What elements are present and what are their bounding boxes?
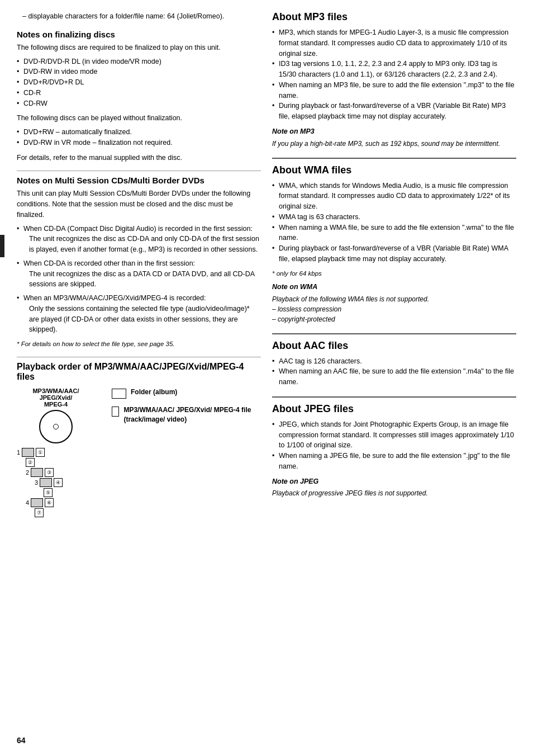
list-item: WMA tag is 63 characters.: [272, 212, 516, 223]
section-aac-title: About AAC files: [272, 340, 516, 352]
multi-list1-title: When CD-DA (Compact Disc Digital Audio) …: [23, 225, 253, 233]
intro-text: – displayable characters for a folder/fi…: [17, 11, 261, 22]
section-playback: Playback order of MP3/WMA/AAC/JPEG/Xvid/…: [17, 362, 261, 560]
list-item: DVD-RW in VR mode – finalization not req…: [17, 138, 261, 148]
section-aac: About AAC files AAC tag is 126 character…: [272, 333, 516, 388]
section-playback-title: Playback order of MP3/WMA/AAC/JPEG/Xvid/…: [17, 362, 261, 382]
section-jpeg-title: About JPEG files: [272, 403, 516, 415]
disc-label: MP3/WMA/AAC/JPEG/Xvid/MPEG-4: [32, 388, 79, 408]
mp3-note-text: If you play a high-bit-rate MP3, such as…: [272, 139, 516, 149]
wma-note-title: Note on WMA: [272, 282, 516, 292]
section-mp3: About MP3 files MP3, which stands for MP…: [272, 11, 516, 149]
list-item: When CD-DA (Compact Disc Digital Audio) …: [17, 224, 261, 255]
list-item: When naming an AAC file, be sure to add …: [272, 366, 516, 388]
section-finalizing: Notes on finalizing discs The following …: [17, 30, 261, 163]
legend-folder-label: Folder (album): [131, 388, 177, 397]
section-multi-title: Notes on Multi Session CDs/Multi Border …: [17, 176, 261, 185]
wma-list: WMA, which stands for Windows Media Audi…: [272, 181, 516, 264]
diagram-left: MP3/WMA/AAC/JPEG/Xvid/MPEG-4 1 ①: [17, 388, 95, 560]
mp3-note-title: Note on MP3: [272, 126, 516, 137]
multi-para1: This unit can play Multi Session CDs/Mul…: [17, 188, 261, 220]
list-item: DVD+R/DVD+R DL: [17, 77, 261, 88]
playback-diagram: MP3/WMA/AAC/JPEG/Xvid/MPEG-4 1 ①: [17, 388, 261, 560]
section-multi: Notes on Multi Session CDs/Multi Border …: [17, 176, 261, 349]
list-item: When an MP3/WMA/AAC/JPEG/Xvid/MPEG-4 is …: [17, 293, 261, 335]
multi-list2-body: The unit recognizes the disc as a DATA C…: [29, 269, 261, 290]
jpeg-list: JPEG, which stands for Joint Photographi…: [272, 419, 516, 472]
finalizing-list1: DVD-R/DVD-R DL (in video mode/VR mode) D…: [17, 56, 261, 109]
legend-file-symbol: [112, 407, 119, 417]
multi-list3-body: Only the sessions containing the selecte…: [29, 304, 261, 335]
section-jpeg: About JPEG files JPEG, which stands for …: [272, 396, 516, 499]
aac-list: AAC tag is 126 characters. When naming a…: [272, 356, 516, 388]
diagram-right: Folder (album) MP3/WMA/AAC/ JPEG/Xvid/ M…: [112, 388, 261, 424]
list-item: When naming a WMA file, be sure to add t…: [272, 223, 516, 244]
jpeg-note-title: Note on JPEG: [272, 476, 516, 487]
multi-footnote: * For details on how to select the file …: [17, 339, 261, 349]
list-item: CD-R: [17, 88, 261, 98]
list-item: JPEG, which stands for Joint Photographi…: [272, 419, 516, 451]
multi-list1-body: The unit recognizes the disc as CD-DA an…: [29, 234, 261, 255]
list-item: When naming a JPEG file, be sure to add …: [272, 451, 516, 472]
disc-inner: [53, 424, 59, 429]
list-item: CD-RW: [17, 98, 261, 109]
jpeg-note-text: Playback of progressive JPEG files is no…: [272, 488, 516, 498]
list-item: DVD-RW in video mode: [17, 67, 261, 77]
finalizing-para2: The following discs can be played withou…: [17, 113, 261, 124]
list-item: When CD-DA is recorded other than in the…: [17, 258, 261, 290]
disc-circle: [39, 410, 73, 443]
list-item: AAC tag is 126 characters.: [272, 356, 516, 367]
list-item: WMA, which stands for Windows Media Audi…: [272, 181, 516, 212]
multi-list3-title: When an MP3/WMA/AAC/JPEG/Xvid/MPEG-4 is …: [23, 294, 206, 302]
legend-file-label: MP3/WMA/AAC/ JPEG/Xvid/ MPEG-4 file (tra…: [123, 405, 261, 424]
list-item: ID3 tag versions 1.0, 1.1, 2.2, 2.3 and …: [272, 59, 516, 80]
list-item: DVD-R/DVD-R DL (in video mode/VR mode): [17, 56, 261, 67]
list-item: During playback or fast-forward/reverse …: [272, 101, 516, 122]
list-item: During playback or fast-forward/reverse …: [272, 243, 516, 264]
legend-folder-item: Folder (album): [112, 388, 261, 399]
finalizing-list2: DVD+RW – automatically finalized. DVD-RW…: [17, 127, 261, 148]
wma-footnote: * only for 64 kbps: [272, 269, 516, 278]
list-item: MP3, which stands for MPEG-1 Audio Layer…: [272, 27, 516, 59]
tree-diagram: 1 ① ② 2: [17, 448, 95, 560]
section-mp3-title: About MP3 files: [272, 11, 516, 23]
mp3-list: MP3, which stands for MPEG-1 Audio Layer…: [272, 27, 516, 122]
list-item: DVD+RW – automatically finalized.: [17, 127, 261, 138]
section-finalizing-title: Notes on finalizing discs: [17, 30, 261, 39]
legend-file-item: MP3/WMA/AAC/ JPEG/Xvid/ MPEG-4 file (tra…: [112, 405, 261, 424]
page-number: 64: [17, 736, 26, 745]
multi-list2-title: When CD-DA is recorded other than in the…: [23, 259, 195, 267]
multi-list: When CD-DA (Compact Disc Digital Audio) …: [17, 224, 261, 336]
wma-note-text: Playback of the following WMA files is n…: [272, 294, 516, 324]
finalizing-para3: For details, refer to the manual supplie…: [17, 153, 261, 163]
section-wma-title: About WMA files: [272, 164, 516, 176]
section-wma: About WMA files WMA, which stands for Wi…: [272, 158, 516, 324]
legend-folder-symbol: [112, 389, 126, 399]
list-item: When naming an MP3 file, be sure to add …: [272, 80, 516, 101]
finalizing-para1: The following discs are required to be f…: [17, 42, 261, 53]
